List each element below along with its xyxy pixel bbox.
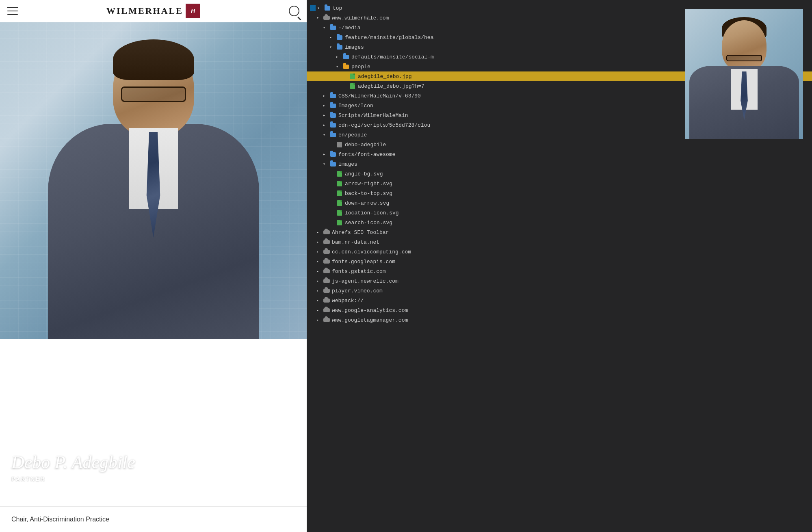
person-hair — [113, 39, 194, 80]
tree-arrow-icon — [317, 6, 324, 11]
file-green-icon — [349, 73, 356, 80]
tree-arrow-icon — [336, 64, 342, 69]
thumbnail-head — [722, 20, 767, 71]
tree-arrow-icon — [316, 249, 323, 254]
tree-item-label: adegbile_debo.jpg — [358, 74, 412, 80]
cloud-icon — [323, 297, 330, 304]
tree-arrow-icon — [329, 45, 336, 50]
tree-item[interactable]: back-to-top.svg — [307, 188, 812, 198]
tree-item[interactable]: fonts/font-awesome — [307, 149, 812, 159]
tree-item-label: Ahrefs SEO Toolbar — [332, 229, 389, 236]
tree-item[interactable]: debo-adegbile — [307, 140, 812, 149]
tree-item-label: webpack:// — [332, 298, 364, 304]
tree-item[interactable]: cc.cdn.civiccomputing.com — [307, 247, 812, 257]
folder-yellow-icon — [342, 63, 350, 70]
tree-item-label: down-arrow.svg — [345, 200, 389, 206]
folder-blue-icon — [329, 132, 337, 138]
tree-item-label: top — [333, 5, 342, 11]
tree-item[interactable]: bam.nr-data.net — [307, 237, 812, 247]
tree-arrow-icon — [316, 298, 323, 303]
tree-arrow-icon — [323, 25, 329, 30]
tree-arrow-icon — [316, 288, 323, 293]
tree-item-label: www.wilmerhale.com — [332, 15, 389, 21]
tree-item-label: www.google-analytics.com — [332, 307, 408, 314]
cloud-icon — [323, 288, 330, 294]
tree-item[interactable]: location-icon.svg — [307, 208, 812, 218]
tree-item-label: CSS/WilmerHaleMain/v-63790 — [338, 93, 421, 99]
folder-blue-icon — [324, 5, 331, 11]
tree-item[interactable]: www.googletagmanager.com — [307, 315, 812, 325]
tree-item[interactable]: down-arrow.svg — [307, 198, 812, 208]
person-title: PARTNER — [11, 476, 135, 482]
website-panel: WILMERHALE H Debo P. Adegbile PARTNER — [0, 0, 307, 532]
tree-arrow-icon — [316, 318, 323, 322]
folder-blue-icon — [342, 54, 350, 60]
tree-item-label: player.vimeo.com — [332, 288, 383, 294]
tree-item[interactable]: Ahrefs SEO Toolbar — [307, 227, 812, 237]
tree-item-label: Images/Icon — [338, 103, 373, 109]
tree-arrow-icon — [323, 162, 329, 167]
tree-item[interactable]: js-agent.newrelic.com — [307, 276, 812, 286]
devtools-panel: topwww.wilmerhale.com-/mediafeature/main… — [307, 0, 812, 532]
tree-item[interactable]: webpack:// — [307, 296, 812, 305]
file-gray-icon — [336, 141, 343, 148]
tree-item[interactable]: fonts.googleapis.com — [307, 257, 812, 266]
tree-item-label: www.googletagmanager.com — [332, 317, 408, 323]
tree-checkbox[interactable] — [310, 5, 316, 11]
tree-item-label: defaults/mainsite/social-m — [351, 54, 434, 60]
hero-area: Debo P. Adegbile PARTNER — [0, 22, 307, 506]
tree-item-label: search-icon.svg — [345, 220, 392, 226]
tree-item[interactable]: www.google-analytics.com — [307, 305, 812, 315]
folder-blue-icon — [336, 34, 343, 41]
hamburger-menu-button[interactable] — [7, 7, 18, 15]
hero-background — [0, 22, 307, 339]
logo-badge-letter: H — [191, 8, 195, 14]
tree-item-label: images — [345, 44, 364, 50]
site-header: WILMERHALE H — [0, 0, 307, 22]
tree-arrow-icon — [323, 152, 329, 157]
tree-item-label: debo-adegbile — [345, 142, 386, 148]
tree-item-label: arrow-right.svg — [345, 181, 392, 187]
cloud-icon — [323, 268, 330, 275]
tree-arrow-icon — [316, 269, 323, 274]
bottom-content: Chair, Anti-Discrimination Practice — [0, 506, 307, 532]
tree-arrow-icon — [316, 240, 323, 244]
tree-item[interactable]: fonts.gstatic.com — [307, 266, 812, 276]
tree-arrow-icon — [316, 15, 323, 20]
tree-item-label: back-to-top.svg — [345, 190, 392, 197]
cloud-icon — [323, 249, 330, 255]
logo-badge: H — [186, 4, 200, 18]
tree-item-label: fonts.gstatic.com — [332, 268, 386, 275]
file-green-icon — [336, 171, 343, 177]
tree-item-label: angle-bg.svg — [345, 171, 383, 177]
tree-arrow-icon — [323, 93, 329, 98]
cloud-icon — [323, 229, 330, 236]
cloud-icon — [323, 307, 330, 314]
person-figure — [28, 30, 279, 339]
tree-item-label: Scripts/WilmerHaleMain — [338, 112, 408, 119]
folder-blue-icon — [329, 151, 337, 158]
tree-item-label: adegbile_debo.jpg?h=7 — [358, 83, 424, 89]
tree-item[interactable]: arrow-right.svg — [307, 179, 812, 188]
tree-item-label: fonts.googleapis.com — [332, 259, 395, 265]
folder-blue-icon — [329, 24, 337, 31]
person-name: Debo P. Adegbile — [11, 453, 135, 472]
tree-item[interactable]: player.vimeo.com — [307, 286, 812, 296]
tree-item-label: js-agent.newrelic.com — [332, 278, 398, 284]
file-green-icon — [349, 83, 356, 89]
tree-item-label: bam.nr-data.net — [332, 239, 379, 245]
tree-item-label: -/media — [338, 25, 361, 31]
tree-item[interactable]: images — [307, 159, 812, 169]
thumbnail-preview — [685, 9, 803, 139]
file-green-icon — [336, 190, 343, 197]
file-green-icon — [336, 219, 343, 226]
cloud-icon — [323, 317, 330, 323]
tree-item[interactable]: angle-bg.svg — [307, 169, 812, 179]
search-button[interactable] — [289, 6, 299, 16]
tree-item[interactable]: search-icon.svg — [307, 218, 812, 227]
folder-blue-icon — [329, 112, 337, 119]
tree-arrow-icon — [323, 132, 329, 137]
cloud-icon — [323, 239, 330, 245]
tree-item-label: cc.cdn.civiccomputing.com — [332, 249, 411, 255]
tree-item-label: fonts/font-awesome — [338, 151, 395, 158]
